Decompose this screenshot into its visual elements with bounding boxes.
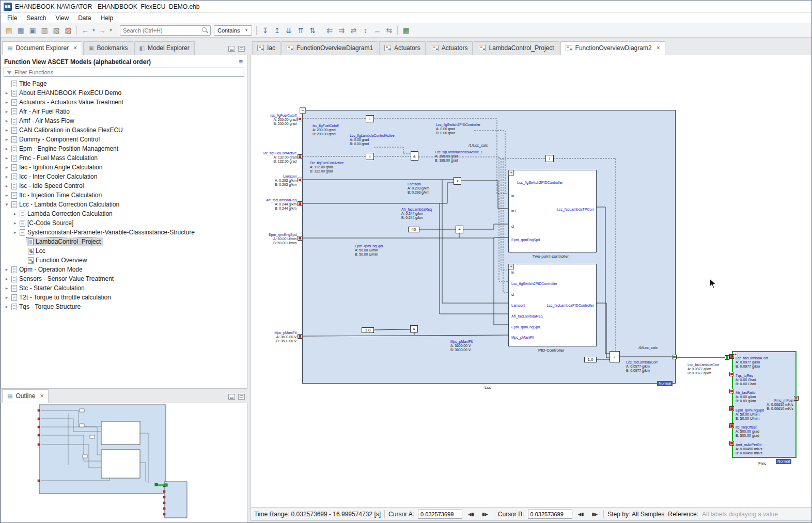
chevron-right-icon[interactable]: ▸ [3,295,10,300]
forward-icon[interactable]: → [97,25,108,36]
table-view-icon[interactable]: ▦ [400,25,412,36]
chevron-right-icon[interactable]: ▸ [3,118,10,123]
tree-item[interactable]: ▸Iac - Ignition Angle Calculation [1,163,247,172]
tab-bookmarks[interactable]: ▣Bookmarks [83,41,133,55]
signal-label[interactable]: Lcc_flgLambdaControlActiveA: 0.00 gradB:… [350,134,395,146]
contains-dropdown[interactable]: Contains▾ [214,25,252,36]
import-icon[interactable]: ▧ [51,25,62,36]
tree-item[interactable]: ▸Epm - Engine Position Management [1,144,247,153]
chevron-right-icon[interactable]: ▸ [3,100,10,105]
chevron-right-icon[interactable]: ▸ [3,304,10,309]
tree-item[interactable]: ▸Isc - Idle Speed Control [1,181,247,191]
output-port[interactable] [725,355,729,360]
chevron-down-icon[interactable]: ▾ [3,202,10,207]
tree-item[interactable]: ▸Opm - Operation Mode [1,265,247,274]
tree-item[interactable]: ▸T2t - Torque to throttle calculation [1,293,247,302]
tab-functionoverviewdiagram1[interactable]: FunctionOverviewDiagram1 [282,41,378,55]
tree-item[interactable]: ▸Tqs - Torque Structure [1,302,247,311]
signal-label[interactable]: Afr_facLambdaReqA: 0.244 g/kmB: 0.244 g/… [255,198,296,211]
cursor-a-prev-button[interactable]: ◀▮ [466,510,476,518]
pid-controller-block[interactable]: +inLcc_flgSwitch2PIDControllerctLamsoniA… [508,264,597,346]
chevron-down-icon[interactable]: ▾ [91,28,96,33]
input-port[interactable] [298,334,302,339]
input-port[interactable] [729,354,734,359]
chevron-down-icon[interactable]: ▾ [108,28,113,33]
tree-item[interactable]: ▸Stc - Starter Calculation [1,283,247,293]
menu-file[interactable]: File [3,14,22,22]
chevron-right-icon[interactable]: ▸ [3,276,10,281]
signal-label[interactable]: Lcc_facLambdaCorrA: 0.0977 g/kmB: 0.0977… [688,363,719,375]
tree-item[interactable]: ▸Itc - Injection Time Calculation [1,191,247,200]
tab-actuators[interactable]: Actuators [427,41,473,55]
two-point-controller-block[interactable]: +Lcc_flgSwitch2PIDControllerinin1ctEpm_r… [508,170,597,252]
chevron-right-icon[interactable]: ▸ [3,90,10,96]
signal-label[interactable]: Lcc_flgLambdacontrolActive_1A: 188.00 gr… [435,150,483,163]
tree-item[interactable]: ▸CAN Calibration in Gasoline FlexECU [1,125,247,135]
follow-link-icon[interactable]: ↔ [371,25,383,36]
tree-item[interactable]: ▸Sensors - Sensor Value Treatment [1,274,247,283]
signal-label[interactable]: Stc_flgFuelCorrActiveA: 132.00 gradB: 13… [310,161,344,173]
chevron-right-icon[interactable]: ▸ [3,155,10,161]
input-port[interactable] [729,372,734,376]
tab-lambdacontrol_project[interactable]: LambdaControl_Project [474,41,559,55]
signal-label[interactable]: LamsoniA: 0.293 g/kmB: 0.293 g/km [255,175,296,187]
tree-item[interactable]: ▸Fmc - Fuel Mass Calculation [1,153,247,163]
chevron-right-icon[interactable]: ▸ [3,165,10,170]
tree-item[interactable]: ▸Actuators - Actuators Value Treatment [1,98,247,107]
cursor-b-input[interactable] [528,510,572,519]
signal-label[interactable]: Lcc_flgSwitch2PIDControllerA: 0.00 gradB… [436,123,480,135]
input-port[interactable] [298,178,302,182]
expand-icon[interactable]: + [508,170,514,176]
cursor-b-next-button[interactable]: ▮▶ [589,510,600,518]
signal-label[interactable]: Afr_facLambdaReqA: 0.244 g/kmB: 0.244 g/… [401,208,432,220]
chevron-right-icon[interactable]: ▸ [3,137,10,142]
operator-block[interactable]: 1.0 [362,327,374,333]
operator-block[interactable]: 40 [408,227,419,232]
chevron-right-icon[interactable]: ▸ [11,211,19,216]
tab-model-explorer[interactable]: ◧Model Explorer [134,41,195,55]
cursor-a-next-button[interactable]: ▮▶ [480,510,490,518]
operator-block[interactable]: I [366,153,374,160]
operator-block[interactable]: 1.0 [584,357,597,362]
tree-item[interactable]: ▸[C-Code Source] [1,218,247,228]
signal-label[interactable]: Isc_flgFuelCutoffA: 200.00 gradB: 200.00… [255,114,296,126]
chevron-right-icon[interactable]: ▸ [11,220,19,226]
cursor-b-prev-button[interactable]: ◀▮ [576,510,586,518]
filter-input[interactable] [14,69,244,75]
tree-item[interactable]: ▸Amf - Air Mass Flow [1,116,247,125]
tab-actuators[interactable]: Actuators [379,41,426,55]
collapse-icon[interactable]: − [300,107,306,114]
input-port[interactable] [729,406,734,411]
back-icon[interactable]: ← [80,25,91,36]
input-port[interactable] [729,423,734,428]
operator-block[interactable]: / [610,351,620,362]
output-port[interactable] [794,396,799,401]
tree-item[interactable]: Title Page [1,79,247,88]
close-icon[interactable]: × [73,45,77,51]
close-icon[interactable]: × [40,393,43,399]
chevron-right-icon[interactable]: ▸ [3,174,10,179]
menu-data[interactable]: Data [73,14,96,22]
collapse-children-icon[interactable]: ⇈ [295,25,306,36]
maximize-icon[interactable] [238,46,245,52]
fmc-input-signal[interactable]: Itc_tiInjOffsetA: 500.00 gradB: 500.00 g… [736,425,759,438]
signal-label[interactable]: Isc_flgFuelCutoffA: 200.00 gradB: 200.00… [313,124,339,136]
operator-block[interactable]: I [366,115,374,122]
tree-item[interactable]: ▸Icc - Inter Cooler Calculation [1,172,247,181]
chevron-right-icon[interactable]: ▸ [3,146,10,151]
open-folder-icon[interactable]: ▤ [3,25,14,36]
signal-label[interactable]: Epm_rpmEngSpdA: 50.00 U/minB: 50.00 U/mi… [355,244,383,257]
menu-search[interactable]: Search [22,14,51,22]
fmc-input-signal[interactable]: Afr_facRatioA: 0.00 g/kmB: 0.00 g/km [736,391,756,403]
go-up-icon[interactable]: ↥ [271,25,283,36]
input-port[interactable] [729,389,734,393]
chevron-right-icon[interactable]: ▸ [11,230,19,235]
tree-item[interactable]: LambdaControl_Project [1,237,247,246]
sync-selection-icon[interactable]: ⇄ [348,25,359,36]
outline-minimap[interactable] [1,403,247,523]
search-input[interactable] [120,27,201,34]
tree-item[interactable]: ▾Lcc - Lambda Correction Calculation [1,200,247,209]
pin-vertical-icon[interactable]: ↕ [360,25,371,36]
signal-label[interactable]: Epm_rpmEngSpdA: 50.00 U/minB: 50.00 U/mi… [255,233,296,245]
go-down-icon[interactable]: ↧ [259,25,271,36]
